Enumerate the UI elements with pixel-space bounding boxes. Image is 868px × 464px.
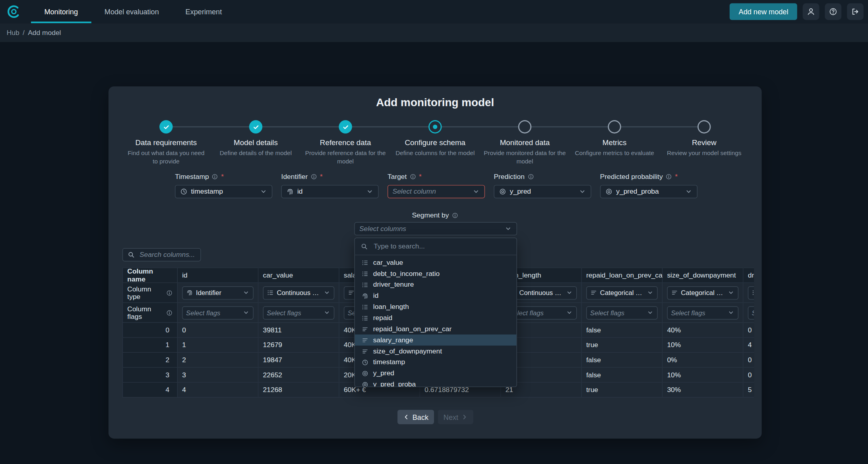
info-icon[interactable] xyxy=(409,173,416,180)
step-circle-done[interactable] xyxy=(159,120,172,133)
step-circle-done[interactable] xyxy=(339,120,352,133)
step-circle-todo[interactable] xyxy=(608,120,621,133)
chevron-down-icon xyxy=(685,188,693,196)
option-driver-tenure[interactable]: driver_tenure xyxy=(355,279,517,290)
breadcrumb-current: Add model xyxy=(28,29,61,37)
option-repaid-loan-on-prev-car[interactable]: repaid_loan_on_prev_car xyxy=(355,323,517,334)
chevron-left-icon xyxy=(403,414,410,420)
step-circle-todo[interactable] xyxy=(518,120,531,133)
selected-value: y_pred xyxy=(510,188,531,196)
help-button[interactable] xyxy=(825,3,841,20)
timestamp-select[interactable]: timestamp xyxy=(175,185,272,198)
search-icon xyxy=(127,251,135,259)
info-icon[interactable] xyxy=(166,309,173,316)
column-type-select[interactable]: Continuous feature xyxy=(263,286,335,299)
step-description: Find out what data you need to provide xyxy=(125,149,207,165)
target-select[interactable]: Select column xyxy=(388,185,485,198)
categorical-feature-icon xyxy=(362,336,369,344)
clock-icon xyxy=(362,359,369,366)
check-icon xyxy=(163,123,170,130)
add-new-model-button[interactable]: Add new model xyxy=(730,3,797,20)
segment-by-select[interactable]: Select columns xyxy=(354,222,517,235)
step-circle-active[interactable] xyxy=(428,120,442,133)
back-button[interactable]: Back xyxy=(397,410,434,424)
dropdown-search-input[interactable] xyxy=(372,242,511,251)
info-icon[interactable] xyxy=(212,173,219,180)
option-id[interactable]: id xyxy=(355,290,517,301)
identifier-select[interactable]: id xyxy=(281,185,379,198)
wizard-stepper: Data requirements Find out what data you… xyxy=(121,120,749,165)
logout-button[interactable] xyxy=(847,3,864,20)
option-size-of-downpayment[interactable]: size_of_downpayment xyxy=(355,346,517,357)
next-button[interactable]: Next xyxy=(438,410,473,424)
required-asterisk: * xyxy=(675,173,678,181)
column-type-select[interactable]: Categorical feature xyxy=(586,286,658,299)
step-description: Provide monitored data for the model xyxy=(484,149,566,165)
prediction-select[interactable]: y_pred xyxy=(494,185,591,198)
option-timestamp[interactable]: timestamp xyxy=(355,357,517,368)
option-debt-to-income-ratio[interactable]: debt_to_income_ratio xyxy=(355,268,517,279)
column-flags-select[interactable]: Select flags xyxy=(263,306,335,319)
step-label: Monitored data xyxy=(500,138,550,147)
categorical-feature-icon xyxy=(362,348,369,355)
column-header: repaid_loan_on_prev_car xyxy=(582,268,663,283)
chevron-down-icon xyxy=(727,309,734,316)
option-repaid[interactable]: repaid xyxy=(355,313,517,324)
info-icon[interactable] xyxy=(666,173,672,180)
top-navigation-bar: Monitoring Model evaluation Experiment A… xyxy=(0,0,868,23)
column-type-select[interactable]: Continuous feature xyxy=(748,286,754,299)
step-model-details: Model details Define details of the mode… xyxy=(211,120,301,165)
field-target: Target * Select column xyxy=(388,172,485,198)
column-flags-select[interactable]: Select flags xyxy=(586,306,658,319)
info-icon[interactable] xyxy=(527,173,534,180)
info-icon[interactable] xyxy=(451,212,458,219)
step-label: Model details xyxy=(234,138,278,147)
dropdown-search-row xyxy=(355,238,517,255)
user-account-button[interactable] xyxy=(803,3,820,20)
field-label-row: Identifier * xyxy=(281,172,379,181)
clock-icon xyxy=(180,188,188,196)
nav-monitoring[interactable]: Monitoring xyxy=(31,0,91,23)
chevron-down-icon xyxy=(366,188,374,196)
select-placeholder: Select column xyxy=(393,188,436,196)
search-columns-input[interactable] xyxy=(138,250,196,259)
info-icon[interactable] xyxy=(310,173,317,180)
chevron-down-icon xyxy=(647,309,654,316)
option-y-pred-proba[interactable]: y_pred_proba xyxy=(355,379,517,387)
breadcrumb-hub-link[interactable]: Hub xyxy=(7,29,19,37)
numeric-feature-icon xyxy=(362,281,369,288)
corner-header: Column name xyxy=(122,268,178,283)
column-flags-select[interactable]: Select flags xyxy=(667,306,738,319)
help-icon xyxy=(829,7,837,16)
field-prediction: Prediction y_pred xyxy=(494,172,591,198)
step-description: Provide reference data for the model xyxy=(304,149,386,165)
column-flags-select[interactable]: Select flags xyxy=(182,306,254,319)
app-logo[interactable] xyxy=(0,0,31,23)
column-type-select[interactable]: Identifier xyxy=(182,286,254,299)
info-icon[interactable] xyxy=(166,289,173,296)
step-metrics: Metrics Configure metrics to evaluate xyxy=(570,120,659,165)
column-flags-label: Column flags xyxy=(122,303,178,323)
column-type-select[interactable]: Categorical feature xyxy=(667,286,738,299)
step-reference-data: Reference data Provide reference data fo… xyxy=(300,120,390,165)
predicted-probability-select[interactable]: y_pred_proba xyxy=(600,185,698,198)
column-type-label: Column type xyxy=(122,283,178,303)
option-loan-length[interactable]: loan_length xyxy=(355,301,517,313)
segment-by-label: Segment by xyxy=(108,212,762,219)
column-flags-select[interactable]: Select flags xyxy=(748,306,754,319)
option-y-pred[interactable]: y_pred xyxy=(355,368,517,379)
numeric-feature-icon xyxy=(752,289,754,296)
chevron-down-icon xyxy=(566,289,573,296)
field-label: Predicted probability xyxy=(600,173,663,181)
step-circle-done[interactable] xyxy=(249,120,262,133)
step-circle-todo[interactable] xyxy=(698,120,711,133)
nav-model-evaluation[interactable]: Model evaluation xyxy=(91,0,172,23)
categorical-feature-icon xyxy=(671,289,678,296)
option-car-value[interactable]: car_value xyxy=(355,257,517,268)
numeric-feature-icon xyxy=(267,289,274,296)
nav-experiment[interactable]: Experiment xyxy=(172,0,235,23)
column-header: id xyxy=(178,268,258,283)
option-salary-range[interactable]: salary_range xyxy=(355,334,517,346)
field-timestamp: Timestamp * timestamp xyxy=(175,172,272,198)
field-label: Target xyxy=(388,173,407,181)
